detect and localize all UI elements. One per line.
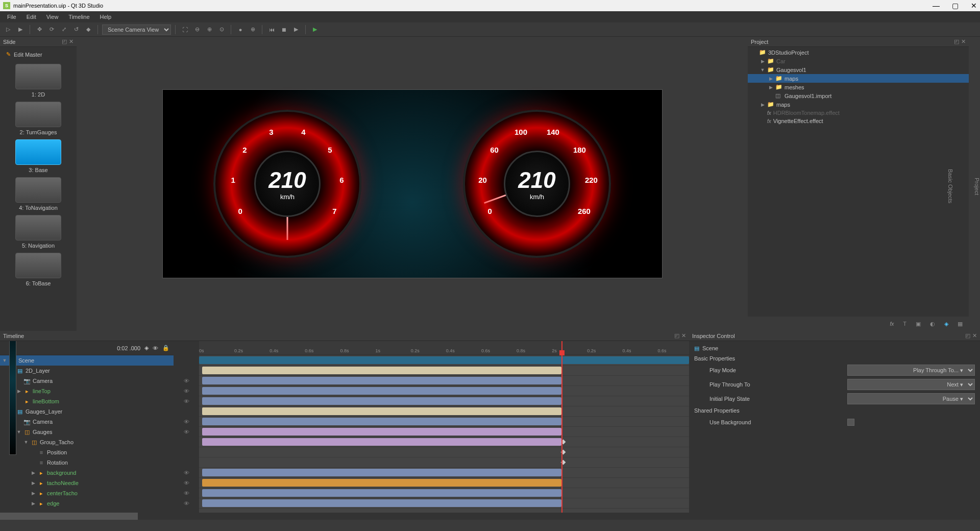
lock-header-icon[interactable]: 🔒 [162, 345, 169, 351]
shading-icon[interactable]: ● [235, 25, 246, 35]
fx-filter-icon[interactable]: fx [890, 321, 894, 327]
project-tree-item[interactable]: ▶📁maps [748, 74, 969, 83]
orbit-tool-icon[interactable]: ↺ [71, 25, 81, 35]
timeline-bar[interactable] [202, 479, 561, 487]
timeline-track[interactable] [199, 437, 689, 447]
timeline-ruler[interactable]: 0s0.2s0.4s0.6s0.8s1s0.2s0.4s0.6s0.8s2s0.… [199, 341, 689, 355]
timeline-track[interactable] [199, 366, 689, 376]
timeline-row[interactable]: 📷Camera [0, 417, 174, 427]
panel-close-icon[interactable]: ✕ [69, 38, 74, 45]
visibility-toggle-icon[interactable]: 👁 [184, 429, 189, 435]
move-tool-icon[interactable]: ✥ [34, 25, 44, 35]
material-filter-icon[interactable]: ◐ [930, 321, 935, 327]
slide-item[interactable]: 3: Base [4, 139, 72, 173]
timeline-track[interactable] [199, 457, 689, 468]
slide-item[interactable]: 5: Navigation [4, 215, 72, 249]
timeline-row[interactable]: ▼▤2D_Layer [0, 366, 174, 376]
project-tab[interactable]: Project [974, 42, 980, 331]
timeline-row[interactable]: ▶▸tachoNeedle [0, 478, 174, 488]
slide-thumbnail[interactable] [15, 253, 61, 278]
project-tree-item[interactable]: ◫Gaugesvol1.import [748, 91, 969, 100]
property-select[interactable]: Next ▾ [847, 379, 975, 390]
zoom-reset-icon[interactable]: ⊙ [216, 25, 227, 35]
play-icon[interactable]: ▶ [291, 25, 301, 35]
visibility-toggle-icon[interactable]: 👁 [184, 470, 189, 476]
visibility-header-icon[interactable]: 👁 [153, 345, 158, 351]
timeline-track[interactable] [199, 498, 689, 509]
timeline-bar[interactable] [202, 367, 561, 374]
timeline-bar[interactable] [202, 397, 561, 405]
expand-arrow-icon[interactable]: ▶ [760, 102, 765, 107]
menu-help[interactable]: Help [95, 13, 117, 21]
panel-undock-icon[interactable]: ◰ [965, 332, 970, 339]
basic-objects-tab[interactable]: Basic Objects [947, 42, 953, 331]
zoom-out-icon[interactable]: ⊖ [192, 25, 202, 35]
minimize-button[interactable]: — [933, 2, 940, 10]
timeline-bar[interactable] [202, 377, 561, 384]
timeline-bar[interactable] [202, 387, 561, 395]
timeline-playhead[interactable] [561, 341, 562, 513]
timeline-row[interactable]: ▼▤Scene [0, 355, 174, 366]
local-global-icon[interactable]: ◆ [83, 25, 93, 35]
timeline-bar[interactable] [202, 428, 561, 436]
project-tree-item[interactable]: ▼📁Gaugesvol1 [748, 65, 969, 74]
play-tool-icon[interactable]: ▶ [15, 25, 26, 35]
slide-item[interactable]: 2: TurnGauges [4, 102, 72, 135]
timeline-row[interactable]: ▸lineBottom [0, 396, 174, 406]
timeline-row[interactable]: 📷Camera [0, 376, 174, 386]
project-tree-item[interactable]: fxVignetteEffect.effect [748, 117, 969, 125]
timeline-track[interactable] [199, 478, 689, 488]
timeline-bar[interactable] [202, 499, 561, 507]
behavior-filter-icon[interactable]: ▦ [958, 321, 963, 327]
timeline-row[interactable]: ▶▸lineTop [0, 386, 174, 396]
timeline-row[interactable]: ≡Rotation [0, 457, 174, 468]
property-select[interactable]: Play Through To... ▾ [847, 365, 975, 376]
expand-arrow-icon[interactable]: ▶ [31, 491, 36, 496]
timeline-tree[interactable]: 0:02 .000 ◈ 👁 🔒 ▼▤Scene▼▤2D_Layer📷Camera… [0, 341, 174, 513]
timeline-track[interactable] [199, 447, 689, 457]
panel-undock-icon[interactable]: ◰ [674, 332, 679, 339]
visibility-toggle-icon[interactable]: 👁 [184, 398, 189, 404]
project-tree-item[interactable]: 📁3DStudioProject [748, 48, 969, 57]
visibility-toggle-icon[interactable]: 👁 [184, 378, 189, 384]
timeline-bar[interactable] [202, 438, 561, 446]
viewport-3d[interactable]: 01234567 210 km/h 02060100140180220260 2… [77, 37, 748, 331]
timeline-track[interactable] [199, 468, 689, 478]
project-tree-item[interactable]: ▶📁maps [748, 100, 969, 109]
expand-arrow-icon[interactable]: ▼ [16, 429, 21, 435]
expand-arrow-icon[interactable]: ▶ [31, 470, 36, 475]
panel-close-icon[interactable]: ✕ [972, 332, 977, 339]
timeline-bar[interactable] [202, 407, 561, 415]
timeline-row[interactable]: ▼◫Group_Tacho [0, 437, 174, 447]
slide-thumbnail[interactable] [15, 102, 61, 127]
visibility-toggle-icon[interactable]: 👁 [184, 500, 189, 506]
timeline-track[interactable] [199, 406, 689, 417]
timeline-row[interactable]: ▶▸centerTacho [0, 488, 174, 498]
edit-master-button[interactable]: ✎ Edit Master [0, 47, 77, 62]
expand-arrow-icon[interactable]: ▶ [768, 85, 773, 90]
wireframe-icon[interactable]: ⊕ [248, 25, 258, 35]
slide-item[interactable]: 4: ToNavigation [4, 177, 72, 211]
text-filter-icon[interactable]: T [903, 321, 906, 327]
visibility-toggle-icon[interactable]: 👁 [184, 490, 189, 496]
slide-thumbnail[interactable] [15, 64, 61, 89]
slide-item[interactable]: 1: 2D [4, 64, 72, 98]
stop-icon[interactable]: ⏹ [279, 25, 289, 35]
panel-undock-icon[interactable]: ◰ [954, 38, 959, 45]
expand-arrow-icon[interactable]: ▶ [16, 389, 21, 394]
project-tree-item[interactable]: ▶📁Car [748, 57, 969, 65]
visibility-toggle-icon[interactable]: 👁 [184, 419, 189, 425]
timeline-bar[interactable] [199, 356, 689, 364]
timeline-row[interactable]: ▶▸background [0, 468, 174, 478]
timeline-track[interactable] [199, 427, 689, 437]
project-tree-item[interactable]: ▶📁meshes [748, 83, 969, 91]
slide-thumbnail[interactable] [15, 177, 61, 203]
expand-arrow-icon[interactable]: ▼ [760, 67, 765, 73]
timeline-track[interactable] [199, 386, 689, 396]
rotate-tool-icon[interactable]: ⟳ [46, 25, 57, 35]
cursor-tool-icon[interactable]: ▷ [3, 25, 13, 35]
maximize-button[interactable]: ▢ [952, 2, 959, 10]
camera-view-select[interactable]: Scene Camera View [102, 25, 171, 35]
fit-view-icon[interactable]: ⛶ [180, 25, 190, 35]
project-tree-item[interactable]: fxHDRBloomTonemap.effect [748, 109, 969, 117]
